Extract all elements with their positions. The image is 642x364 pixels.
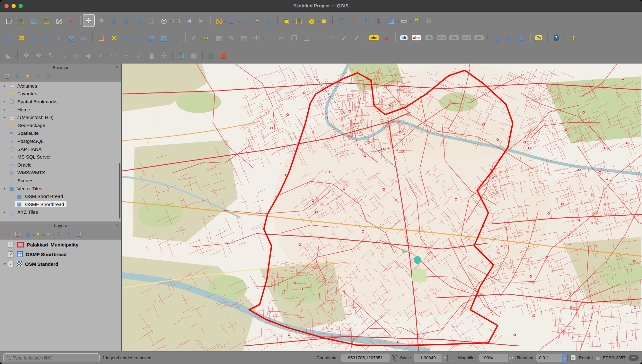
browser-item-spatialite[interactable]: ✒ SpatiaLite — [0, 129, 121, 137]
zoom-out-button[interactable]: ⊖ — [120, 14, 132, 27]
browser-item-home[interactable]: ▸ ⌂ Home — [0, 106, 121, 114]
new-spatial-bookmark-button[interactable]: ❏ — [225, 14, 237, 27]
filter-expression-button[interactable]: ▼ — [43, 230, 53, 238]
delete-selected-button[interactable]: ▯ — [263, 31, 275, 44]
help-button[interactable]: ? — [550, 31, 562, 44]
osm-place-search-plugin-button[interactable]: ◎ — [205, 49, 217, 62]
browser-item-osm-short-bread[interactable]: ▦ OSM Short Bread — [0, 192, 121, 200]
pin-labels-button[interactable]: ab — [398, 31, 410, 44]
style-manager-button[interactable]: ✎ — [66, 14, 77, 27]
quickosm-plugin-button[interactable]: ▦ — [218, 49, 230, 62]
open-project-button[interactable]: ▤ — [15, 14, 27, 27]
identify-features-button[interactable]: ⓘ — [335, 14, 347, 27]
tree-expander-icon[interactable]: ▸ — [2, 100, 7, 104]
fill-ring-button[interactable]: ◐ — [95, 49, 107, 62]
save-project-button[interactable]: ▦ — [28, 14, 40, 27]
zoom-to-layer-button[interactable]: ◎ — [158, 14, 170, 27]
tree-expander-icon[interactable]: ▸ — [2, 84, 7, 88]
rotate-label-button[interactable]: abc — [435, 31, 447, 44]
offset-curve-button[interactable]: ◠ — [108, 49, 120, 62]
scale-lock-icon[interactable] — [451, 357, 455, 360]
layer-visibility-checkbox[interactable]: ✓ — [8, 261, 14, 267]
collapse-tree-button[interactable]: ↥ — [33, 72, 43, 81]
pan-to-selection-button[interactable]: ✥ — [95, 14, 107, 27]
zoom-in-button[interactable]: ⊕ — [108, 14, 120, 27]
new-geopackage-layer-button[interactable]: ❑ — [95, 31, 107, 44]
select-all-button[interactable]: ■ — [318, 14, 330, 27]
open-attribute-table-button[interactable]: ▦ — [385, 14, 397, 27]
reshape-features-button[interactable]: ~ — [120, 49, 132, 62]
epsg-status-button[interactable]: EPSG:3857 — [603, 355, 626, 360]
refresh-map-button[interactable]: ↻ — [263, 14, 275, 27]
copy-features-button[interactable]: ❐ — [288, 31, 300, 44]
new-print-layout-button[interactable]: ▥ — [40, 14, 52, 27]
layer-item-palakkad-municipality[interactable]: ✓ Palakkad_Municipality — [0, 240, 121, 249]
add-postgis-layer-button[interactable]: ◖ — [53, 31, 65, 44]
browser-item-scenes[interactable]: ◇ Scenes — [0, 177, 121, 185]
new-shapefile-layer-button[interactable]: ❋ — [108, 31, 120, 44]
browser-scrollbar[interactable] — [119, 163, 120, 219]
plugin-network-button[interactable]: ✳ — [567, 31, 579, 44]
add-selected-layers-button[interactable]: ❑ — [2, 72, 12, 81]
simplify-feature-button[interactable]: ≈ — [58, 49, 70, 62]
layer-diagram-button[interactable]: ◕ — [381, 31, 392, 44]
cut-features-button[interactable]: ✂ — [276, 31, 287, 44]
deselect-all-button[interactable]: ▩ — [305, 14, 317, 27]
split-features-button[interactable]: / — [133, 49, 145, 62]
show-spatial-bookmarks-button[interactable]: ❐ — [238, 14, 250, 27]
layer-labeling-button[interactable]: abc — [368, 31, 380, 44]
browser-item-spatial-bookmarks[interactable]: ▸ ❏ Spatial Bookmarks — [0, 98, 121, 106]
add-group-button[interactable]: ❑ — [13, 230, 22, 238]
messages-button[interactable]: ••• — [629, 355, 639, 361]
statistical-summary-button[interactable]: ∷ — [348, 14, 360, 27]
paste-features-tool-button[interactable]: ❏ — [175, 49, 187, 62]
add-oracle-layer-button[interactable]: ▭ — [78, 31, 90, 44]
metasearch-tiles-globe-button[interactable]: ⊞ — [503, 31, 515, 44]
scale-dropdown-icon[interactable]: ▼ — [442, 354, 447, 362]
georeferencer-button[interactable]: ▦ — [188, 49, 200, 62]
magnifier-spinbox[interactable]: 100%▲▼ — [479, 354, 514, 362]
zoom-last-button[interactable]: ◄ — [183, 14, 195, 27]
scale-combobox[interactable]: 1:30849▼ — [414, 354, 448, 362]
move-feature-button[interactable]: ✥ — [20, 49, 32, 62]
browser-item-geopackage[interactable]: ❒ GeoPackage — [0, 121, 121, 129]
temporal-controller-button[interactable]: ◔ — [251, 14, 262, 27]
tree-expander-icon[interactable]: ▸ — [2, 115, 7, 119]
select-by-value-button[interactable]: ▤ — [293, 14, 305, 27]
add-mssql-layer-button[interactable]: ▧ — [66, 31, 77, 44]
zoom-to-selection-button[interactable]: ◍ — [145, 14, 157, 27]
check-geometries-button[interactable]: ✔ — [338, 31, 350, 44]
show-statistics-button[interactable]: Σ — [373, 14, 385, 27]
refresh-browser-button[interactable]: ↻ — [13, 72, 22, 81]
new-mesh-layer-button[interactable]: ▩ — [158, 31, 170, 44]
manage-visibility-button[interactable]: ◉ — [23, 230, 32, 238]
new-spatialite-layer-button[interactable]: ✒ — [133, 31, 145, 44]
browser-item-oracle[interactable]: ▭ Oracle — [0, 161, 121, 169]
metasearch-button[interactable]: ◉ — [515, 31, 527, 44]
browser-item-vector-tiles[interactable]: ▾ ▦ Vector Tiles — [0, 185, 121, 193]
save-layer-edits-button[interactable]: ▦ — [213, 31, 225, 44]
merge-features-button[interactable]: ▣ — [145, 49, 157, 62]
map-canvas[interactable] — [122, 64, 642, 351]
toggle-editing-button[interactable]: ✏ — [200, 31, 212, 44]
add-record-button[interactable]: ▤ — [238, 31, 250, 44]
browser-item-osmf-shortbread[interactable]: ▦ OSMF Shortbread — [0, 200, 121, 208]
python-console-button[interactable]: Py — [533, 31, 545, 44]
collapse-all-button[interactable]: ↥ — [64, 230, 74, 238]
browser-item-macintosh-hd[interactable]: ▸ ▤ / (Macintosh HD) — [0, 113, 121, 121]
map-tips-button[interactable]: ❝ — [410, 14, 422, 27]
browser-item-wms-wmts[interactable]: ◍ WMS/WMTS — [0, 169, 121, 177]
rotation-spinbox[interactable]: 0.0 °▲▼ — [536, 354, 567, 362]
current-edits-button[interactable]: ✐ — [188, 31, 200, 44]
tree-expander-icon[interactable]: ▾ — [2, 186, 7, 191]
show-layout-manager-button[interactable]: ▨ — [53, 14, 65, 27]
metasearch-wms-globe-button[interactable]: ◍ — [490, 31, 502, 44]
zoom-native-button[interactable]: 1:1 — [171, 14, 182, 27]
remove-layer-button[interactable]: ❑ — [74, 230, 84, 238]
options-gear-button[interactable]: ⚙ — [360, 14, 372, 27]
cad-tools-button[interactable]: ◣ — [3, 49, 15, 62]
pan-map-button[interactable]: ✛ — [83, 14, 95, 27]
filter-browser-button[interactable]: ▼ — [23, 72, 32, 81]
browser-item-favorites[interactable]: ★ Favorites — [0, 90, 121, 98]
layer-visibility-checkbox[interactable]: ✓ — [8, 251, 14, 257]
